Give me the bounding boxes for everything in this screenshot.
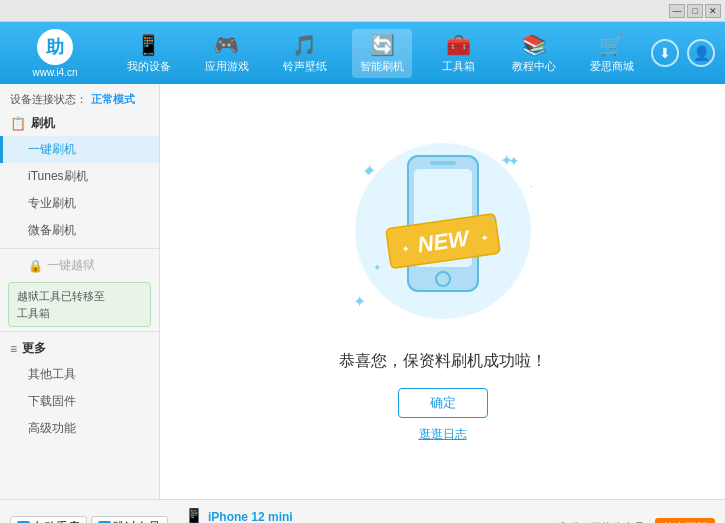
svg-text:✦: ✦ bbox=[400, 242, 409, 254]
minimize-btn[interactable]: — bbox=[669, 4, 685, 18]
nav-smart-flash[interactable]: 🔄 智能刷机 bbox=[352, 29, 412, 78]
svg-text:✦: ✦ bbox=[480, 231, 489, 243]
logo-icon: 助 bbox=[37, 29, 73, 65]
bottom-right: V7.98.66 客服 微信公众号 检查更新 bbox=[504, 518, 715, 523]
skip-wizard-checkbox-label[interactable]: 跳过向导 bbox=[91, 516, 168, 523]
nav-tutorial[interactable]: 📚 教程中心 bbox=[504, 29, 564, 78]
nav-mall-icon: 🛒 bbox=[599, 33, 624, 57]
nav-ringtones-icon: 🎵 bbox=[292, 33, 317, 57]
device-info: 📱 iPhone 12 mini 64GB Down-12mini-13,1 bbox=[184, 507, 293, 523]
check-update-btn[interactable]: 检查更新 bbox=[655, 518, 715, 523]
flash-section-label: 刷机 bbox=[31, 115, 55, 132]
explore-link[interactable]: 逛逛日志 bbox=[419, 426, 467, 443]
nav-bar: 助 www.i4.cn 📱 我的设备 🎮 应用游戏 🎵 铃声壁纸 🔄 智能刷机 … bbox=[0, 22, 725, 84]
success-message: 恭喜您，保资料刷机成功啦！ bbox=[339, 351, 547, 372]
skip-wizard-label: 跳过向导 bbox=[113, 519, 161, 523]
device-status: 设备连接状态： 正常模式 bbox=[0, 88, 159, 111]
sidebar-item-download-firmware[interactable]: 下载固件 bbox=[0, 388, 159, 415]
nav-tutorial-label: 教程中心 bbox=[512, 59, 556, 74]
nav-mall[interactable]: 🛒 爱思商城 bbox=[582, 29, 642, 78]
sidebar-divider-1 bbox=[0, 248, 159, 249]
auto-restart-checkbox-label[interactable]: 自动重启 bbox=[10, 516, 87, 523]
nav-ringtones-label: 铃声壁纸 bbox=[283, 59, 327, 74]
bottom-left: 自动重启 跳过向导 📱 iPhone 12 mini 64GB Down-12m… bbox=[10, 507, 496, 523]
nav-ringtones[interactable]: 🎵 铃声壁纸 bbox=[275, 29, 335, 78]
device-status-bar: 自动重启 跳过向导 📱 iPhone 12 mini 64GB Down-12m… bbox=[0, 499, 725, 523]
svg-text:✦: ✦ bbox=[373, 262, 381, 273]
account-btn[interactable]: 👤 bbox=[687, 39, 715, 67]
sidebar-item-backup-flash[interactable]: 微备刷机 bbox=[0, 217, 159, 244]
more-section-header: ≡ 更多 bbox=[0, 336, 159, 361]
sidebar-item-other-tools[interactable]: 其他工具 bbox=[0, 361, 159, 388]
nav-tutorial-icon: 📚 bbox=[522, 33, 547, 57]
sidebar-locked-jailbreak: 🔒 一键越狱 bbox=[0, 253, 159, 278]
svg-text:✦: ✦ bbox=[508, 153, 520, 169]
close-btn[interactable]: ✕ bbox=[705, 4, 721, 18]
nav-right-controls: ⬇ 👤 bbox=[651, 39, 715, 67]
sidebar-item-advanced[interactable]: 高级功能 bbox=[0, 415, 159, 442]
lock-icon: 🔒 bbox=[28, 259, 43, 273]
nav-flash-icon: 🔄 bbox=[370, 33, 395, 57]
status-value: 正常模式 bbox=[91, 92, 135, 107]
nav-mall-label: 爱思商城 bbox=[590, 59, 634, 74]
flash-section-icon: 📋 bbox=[10, 116, 26, 131]
download-btn[interactable]: ⬇ bbox=[651, 39, 679, 67]
nav-flash-label: 智能刷机 bbox=[360, 59, 404, 74]
status-label: 设备连接状态： bbox=[10, 92, 87, 107]
nav-apps-icon: 🎮 bbox=[214, 33, 239, 57]
sidebar-item-pro-flash[interactable]: 专业刷机 bbox=[0, 190, 159, 217]
nav-toolbox[interactable]: 🧰 工具箱 bbox=[430, 29, 486, 78]
more-section-label: 更多 bbox=[22, 340, 46, 357]
nav-device-icon: 📱 bbox=[136, 33, 161, 57]
title-bar: — □ ✕ bbox=[0, 0, 725, 22]
flash-section-header: 📋 刷机 bbox=[0, 111, 159, 136]
svg-text:✦: ✦ bbox=[363, 165, 373, 179]
logo-area: 助 www.i4.cn bbox=[10, 29, 100, 78]
sidebar-info-box: 越狱工具已转移至工具箱 bbox=[8, 282, 151, 327]
info-text: 越狱工具已转移至工具箱 bbox=[17, 290, 105, 319]
maximize-btn[interactable]: □ bbox=[687, 4, 703, 18]
svg-text:✦: ✦ bbox=[488, 214, 495, 223]
sidebar-divider-2 bbox=[0, 331, 159, 332]
checkbox-group: 自动重启 跳过向导 bbox=[10, 516, 168, 523]
confirm-button[interactable]: 确定 bbox=[398, 388, 488, 418]
nav-apps-label: 应用游戏 bbox=[205, 59, 249, 74]
locked-label: 一键越狱 bbox=[47, 257, 95, 274]
nav-items: 📱 我的设备 🎮 应用游戏 🎵 铃声壁纸 🔄 智能刷机 🧰 工具箱 📚 教程中心… bbox=[110, 29, 651, 78]
sidebar-item-itunes-flash[interactable]: iTunes刷机 bbox=[0, 163, 159, 190]
nav-apps-games[interactable]: 🎮 应用游戏 bbox=[197, 29, 257, 78]
sidebar-item-one-click-flash[interactable]: 一键刷机 bbox=[0, 136, 159, 163]
phone-svg: NEW ✦ ✦ ✦ ✦ ✦ ✦ bbox=[333, 141, 553, 341]
device-icon: 📱 bbox=[184, 507, 204, 523]
svg-rect-4 bbox=[430, 161, 456, 165]
device-name: iPhone 12 mini bbox=[208, 510, 293, 524]
content-area: ✦ ✦ ✦ · NEW bbox=[160, 84, 725, 499]
auto-restart-label: 自动重启 bbox=[32, 519, 80, 523]
phone-illustration: ✦ ✦ ✦ · NEW bbox=[333, 141, 553, 341]
nav-my-device[interactable]: 📱 我的设备 bbox=[119, 29, 179, 78]
nav-toolbox-label: 工具箱 bbox=[442, 59, 475, 74]
logo-subtitle: www.i4.cn bbox=[32, 67, 77, 78]
main-area: 设备连接状态： 正常模式 📋 刷机 一键刷机 iTunes刷机 专业刷机 微备刷… bbox=[0, 84, 725, 499]
sidebar: 设备连接状态： 正常模式 📋 刷机 一键刷机 iTunes刷机 专业刷机 微备刷… bbox=[0, 84, 160, 499]
nav-device-label: 我的设备 bbox=[127, 59, 171, 74]
nav-toolbox-icon: 🧰 bbox=[446, 33, 471, 57]
